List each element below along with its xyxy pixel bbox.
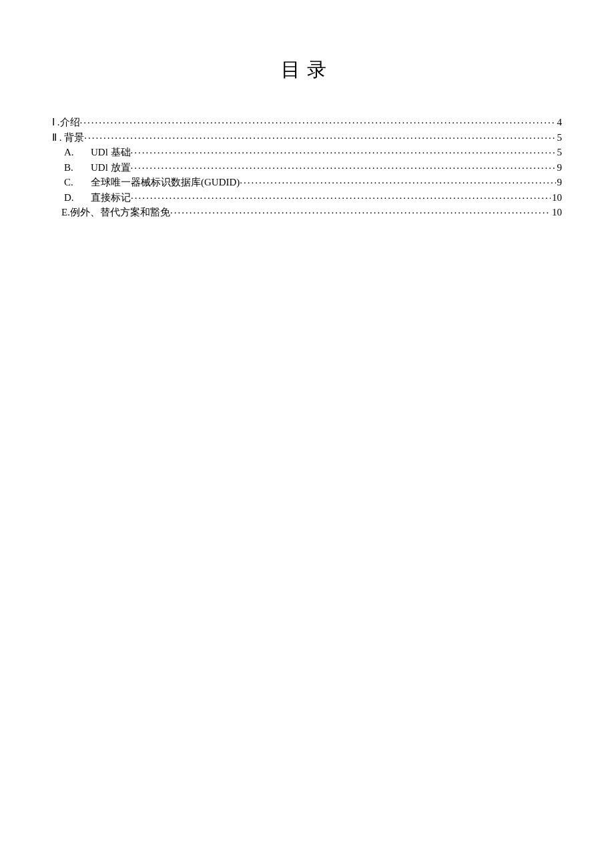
toc-entry: E.例外、替代方案和豁免 10 xyxy=(52,205,562,218)
toc-leader-dots xyxy=(131,145,556,155)
toc-page-number: 10 xyxy=(551,207,562,218)
toc-page-number: 4 xyxy=(556,117,563,127)
toc-leader-dots xyxy=(84,131,555,141)
toc-label: D.直接标记 xyxy=(64,193,131,203)
toc-subtext: UDl 放置 xyxy=(91,162,131,173)
toc-entry: C.全球唯一器械标识数据库(GUDID) 9 xyxy=(52,175,562,187)
toc-page-number: 5 xyxy=(556,133,563,143)
toc-entry: A.UDl 基础 5 xyxy=(52,145,562,157)
toc-leader-dots xyxy=(80,115,556,125)
toc-label: Ⅰ .介绍 xyxy=(52,117,80,127)
toc-entry: Ⅱ . 背景 5 xyxy=(52,131,562,143)
toc-leader-dots xyxy=(131,161,556,171)
toc-subtext: UDl 基础 xyxy=(91,147,131,157)
toc-page-number: 10 xyxy=(551,193,562,203)
toc-subtext: 全球唯一器械标识数据库(GUDID) xyxy=(91,177,240,187)
toc-page-number: 5 xyxy=(556,147,563,157)
toc-entry: B.UDl 放置 9 xyxy=(52,161,562,173)
toc-label: C.全球唯一器械标识数据库(GUDID) xyxy=(64,177,240,187)
toc-label: B.UDl 放置 xyxy=(64,163,131,173)
toc-subletter: C. xyxy=(64,177,91,187)
toc-subletter: A. xyxy=(64,147,91,157)
document-page: 目录 Ⅰ .介绍 4 Ⅱ . 背景 5 A.UDl 基础 5 B.UDl 放置 … xyxy=(0,0,614,218)
toc-page-number: 9 xyxy=(556,177,563,187)
toc-subtext: 直接标记 xyxy=(91,192,131,203)
toc-entry: Ⅰ .介绍 4 xyxy=(52,115,562,127)
toc-leader-dots xyxy=(170,205,551,215)
toc-label: Ⅱ . 背景 xyxy=(52,133,84,143)
toc-label: E.例外、替代方案和豁免 xyxy=(61,207,170,218)
toc-leader-dots xyxy=(131,191,551,201)
toc-subletter: B. xyxy=(64,163,91,173)
toc-subletter: D. xyxy=(64,193,91,203)
table-of-contents: Ⅰ .介绍 4 Ⅱ . 背景 5 A.UDl 基础 5 B.UDl 放置 9 xyxy=(52,115,562,218)
toc-entry: D.直接标记 10 xyxy=(52,191,562,203)
page-title: 目录 xyxy=(52,57,562,83)
toc-label: A.UDl 基础 xyxy=(64,147,131,157)
toc-leader-dots xyxy=(240,175,555,185)
toc-page-number: 9 xyxy=(556,163,563,173)
